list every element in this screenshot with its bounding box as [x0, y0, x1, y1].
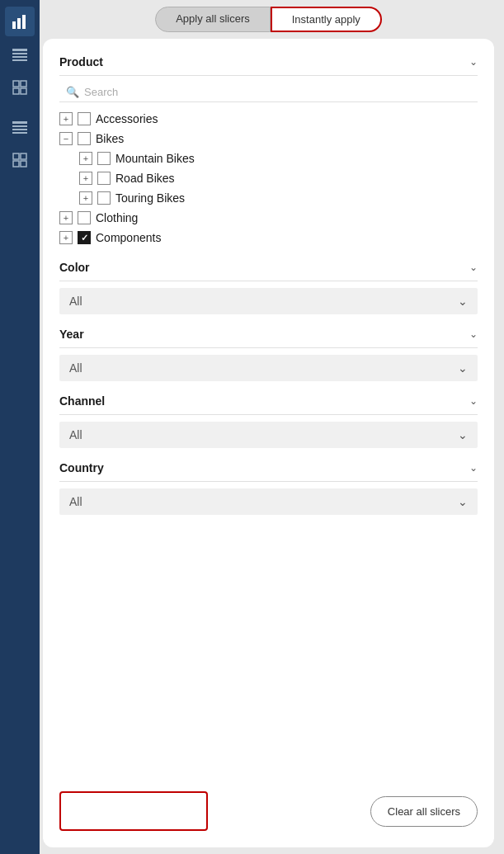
- empty-action-button[interactable]: [59, 791, 208, 831]
- touring-bikes-label: Touring Bikes: [115, 191, 185, 205]
- checkbox-accessories[interactable]: [78, 112, 91, 125]
- bikes-label: Bikes: [96, 132, 124, 145]
- svg-rect-7: [13, 81, 19, 87]
- svg-rect-4: [12, 53, 27, 54]
- year-dropdown-chevron: ⌄: [458, 361, 468, 375]
- checkbox-bikes[interactable]: [78, 132, 91, 145]
- country-section-header[interactable]: Country ⌄: [59, 461, 478, 482]
- expand-mountain-bikes-btn[interactable]: +: [79, 152, 92, 165]
- svg-rect-13: [12, 129, 27, 130]
- svg-rect-11: [12, 121, 27, 124]
- country-dropdown-chevron: ⌄: [458, 495, 468, 508]
- clear-all-slicers-button[interactable]: Clear all slicers: [370, 796, 478, 827]
- svg-rect-8: [21, 81, 26, 87]
- channel-section-header[interactable]: Channel ⌄: [59, 394, 478, 415]
- color-dropdown-value: All: [69, 295, 82, 308]
- sidebar: [0, 0, 40, 854]
- svg-rect-1: [17, 18, 21, 29]
- svg-rect-10: [21, 88, 26, 94]
- checkbox-clothing[interactable]: [78, 211, 91, 224]
- mountain-bikes-label: Mountain Bikes: [115, 152, 195, 165]
- svg-rect-6: [12, 59, 27, 61]
- channel-section: Channel ⌄ All ⌄: [59, 394, 478, 448]
- country-dropdown[interactable]: All ⌄: [59, 488, 478, 515]
- clothing-label: Clothing: [96, 211, 138, 224]
- tree-item-mountain-bikes[interactable]: + Mountain Bikes: [59, 149, 478, 168]
- country-section-title: Country: [59, 461, 104, 474]
- product-section-header[interactable]: Product ⌄: [59, 55, 478, 76]
- expand-clothing-btn[interactable]: +: [59, 211, 73, 224]
- tree-item-bikes[interactable]: − Bikes: [59, 129, 478, 149]
- tab-apply-all[interactable]: Apply all slicers: [155, 7, 271, 32]
- accessories-label: Accessories: [96, 112, 158, 125]
- channel-section-title: Channel: [59, 394, 105, 408]
- table-sidebar-icon[interactable]: [5, 40, 35, 69]
- color-section-header[interactable]: Color ⌄: [59, 261, 478, 281]
- product-section: Product ⌄ 🔍 Search + Accessories − Bikes: [59, 55, 478, 248]
- expand-components-btn[interactable]: +: [59, 231, 73, 244]
- product-search-box[interactable]: 🔍 Search: [59, 83, 478, 102]
- product-section-title: Product: [59, 55, 103, 68]
- tab-bar: Apply all slicers Instantly apply: [40, 7, 497, 32]
- tree-item-clothing[interactable]: + Clothing: [59, 208, 478, 228]
- expand-accessories-btn[interactable]: +: [59, 112, 73, 125]
- channel-dropdown-chevron: ⌄: [458, 428, 468, 441]
- svg-rect-9: [13, 88, 19, 94]
- bottom-action-bar: Clear all slicers: [59, 781, 478, 834]
- country-section: Country ⌄ All ⌄: [59, 461, 478, 515]
- color-dropdown-chevron: ⌄: [458, 295, 468, 308]
- year-section: Year ⌄ All ⌄: [59, 328, 478, 381]
- product-chevron-icon: ⌄: [469, 56, 478, 68]
- svg-rect-17: [13, 161, 19, 167]
- color-section: Color ⌄ All ⌄: [59, 261, 478, 314]
- checkbox-road-bikes[interactable]: [97, 172, 111, 185]
- svg-rect-3: [12, 49, 27, 51]
- expand-touring-bikes-btn[interactable]: +: [79, 191, 92, 205]
- checkbox-mountain-bikes[interactable]: [97, 152, 111, 165]
- tree-item-accessories[interactable]: + Accessories: [59, 109, 478, 129]
- channel-dropdown[interactable]: All ⌄: [59, 422, 478, 448]
- year-chevron-icon: ⌄: [469, 328, 478, 340]
- svg-rect-2: [22, 15, 26, 29]
- bar-chart-sidebar-icon[interactable]: [5, 7, 35, 36]
- color-section-title: Color: [59, 261, 90, 274]
- checkbox-touring-bikes[interactable]: [97, 191, 111, 205]
- svg-rect-5: [12, 56, 27, 58]
- svg-rect-18: [21, 161, 26, 167]
- year-dropdown-value: All: [69, 361, 82, 375]
- year-section-title: Year: [59, 328, 84, 341]
- slicer-panel: Product ⌄ 🔍 Search + Accessories − Bikes: [43, 39, 494, 847]
- channel-dropdown-value: All: [69, 428, 82, 441]
- tree-item-road-bikes[interactable]: + Road Bikes: [59, 168, 478, 188]
- matrix2-sidebar-icon[interactable]: [5, 145, 35, 175]
- year-dropdown[interactable]: All ⌄: [59, 355, 478, 381]
- color-chevron-icon: ⌄: [469, 262, 478, 273]
- channel-chevron-icon: ⌄: [469, 395, 478, 407]
- year-section-header[interactable]: Year ⌄: [59, 328, 478, 348]
- color-dropdown[interactable]: All ⌄: [59, 288, 478, 314]
- checkbox-components[interactable]: [78, 231, 91, 244]
- matrix-sidebar-icon[interactable]: [5, 73, 35, 102]
- expand-road-bikes-btn[interactable]: +: [79, 172, 92, 185]
- road-bikes-label: Road Bikes: [115, 172, 175, 185]
- search-placeholder: Search: [84, 86, 118, 98]
- country-dropdown-value: All: [69, 495, 82, 508]
- svg-rect-14: [12, 132, 27, 134]
- main-content: Apply all slicers Instantly apply Produc…: [40, 0, 504, 854]
- tree-item-touring-bikes[interactable]: + Touring Bikes: [59, 188, 478, 208]
- svg-rect-12: [12, 125, 27, 127]
- country-chevron-icon: ⌄: [469, 462, 478, 474]
- svg-rect-15: [13, 153, 19, 159]
- tree-item-components[interactable]: + Components: [59, 228, 478, 248]
- search-icon: 🔍: [66, 86, 79, 98]
- tab-instantly-apply[interactable]: Instantly apply: [271, 7, 382, 32]
- svg-rect-0: [12, 21, 16, 29]
- expand-bikes-btn[interactable]: −: [59, 132, 73, 145]
- components-label: Components: [96, 231, 161, 244]
- table2-sidebar-icon[interactable]: [5, 112, 35, 142]
- svg-rect-16: [21, 153, 26, 159]
